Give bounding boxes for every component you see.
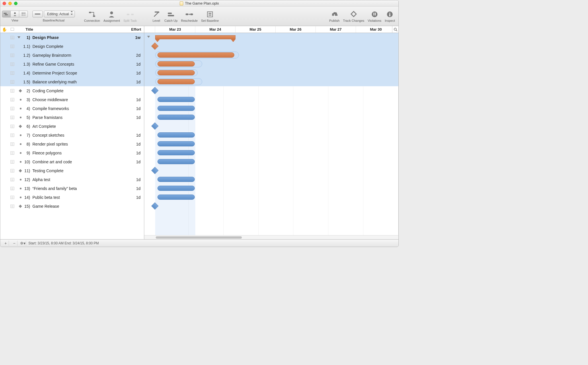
toolbar-level-button[interactable]: Level [150, 10, 163, 22]
note-gutter[interactable] [8, 169, 16, 172]
gantt-row[interactable] [144, 33, 398, 42]
task-row[interactable]: 13)“Friends and family” beta1d [0, 184, 144, 193]
task-title[interactable]: Render pixel sprites [31, 142, 127, 146]
date-header-cell[interactable]: Mar 24 [195, 26, 235, 33]
task-effort[interactable]: 1d [127, 106, 144, 111]
task-row[interactable]: 6)Art Complete [0, 122, 144, 131]
summary-bar[interactable] [155, 35, 235, 39]
note-gutter[interactable] [8, 142, 16, 146]
task-effort[interactable]: 1d [127, 160, 144, 164]
task-row[interactable]: 1.2)Gameplay Brainstorm2d [0, 51, 144, 60]
note-gutter[interactable] [8, 134, 16, 137]
note-gutter[interactable] [8, 205, 16, 208]
task-row[interactable]: 15)Game Release [0, 202, 144, 211]
date-header-cell[interactable]: Mar 30 [356, 26, 396, 33]
note-gutter[interactable] [8, 98, 16, 101]
gantt-row[interactable] [144, 86, 398, 95]
task-row[interactable]: 7)Concept sketches1d [0, 131, 144, 140]
note-gutter[interactable] [8, 187, 16, 190]
horizontal-scrollbar[interactable] [144, 235, 398, 239]
note-gutter[interactable] [8, 125, 16, 128]
task-effort[interactable]: 1d [127, 80, 144, 84]
task-title[interactable]: Combine art and code [31, 160, 127, 164]
toolbar-publish-button[interactable]: Publish [328, 10, 341, 22]
task-title[interactable]: Fleece polygons [31, 151, 127, 155]
task-effort[interactable]: 1d [127, 97, 144, 102]
gantt-row[interactable] [144, 193, 398, 202]
gantt-row[interactable] [144, 175, 398, 184]
toolbar-split-button[interactable]: Split Task [122, 10, 139, 22]
task-row[interactable]: 10)Combine art and code1d [0, 157, 144, 166]
task-row[interactable]: 12)Alpha test1d [0, 175, 144, 184]
note-gutter[interactable] [8, 80, 16, 84]
task-title[interactable]: Alpha test [31, 177, 127, 182]
task-row[interactable]: 3)Choose middleware1d [0, 95, 144, 104]
task-bar[interactable] [157, 52, 234, 58]
milestone-diamond[interactable] [151, 122, 158, 129]
task-title[interactable]: Compile frameworks [31, 106, 127, 111]
task-title[interactable]: “Friends and family” beta [31, 186, 127, 191]
gantt-disclosure-icon[interactable] [147, 36, 150, 38]
gantt-row[interactable] [144, 148, 398, 157]
task-effort[interactable]: 1d [127, 151, 144, 155]
effort-column-header[interactable]: Effort [127, 27, 144, 32]
task-bar[interactable] [157, 97, 195, 102]
task-row[interactable]: 11)Testing Complete [0, 166, 144, 175]
toolbar-violations-button[interactable]: Violations [366, 10, 383, 22]
gantt-row[interactable] [144, 157, 398, 166]
toolbar-reschedule-button[interactable]: Reschedule [179, 10, 199, 22]
gantt-row[interactable] [144, 95, 398, 104]
toolbar-catchup-button[interactable]: Catch Up [163, 10, 179, 22]
task-title[interactable]: Coding Complete [31, 89, 127, 93]
task-effort[interactable]: 1d [127, 195, 144, 200]
note-gutter[interactable] [8, 178, 16, 181]
milestone-diamond[interactable] [151, 202, 158, 209]
disclosure-triangle-icon[interactable] [17, 36, 22, 40]
date-header-cell[interactable]: Mar 23 [155, 26, 195, 33]
note-gutter[interactable] [8, 151, 16, 155]
task-title[interactable]: Concept sketches [31, 133, 127, 138]
task-effort[interactable]: 1d [127, 71, 144, 75]
task-row[interactable]: 1.4)Determine Project Scope1d [0, 68, 144, 77]
toolbar-assignment-button[interactable]: Assignment [102, 10, 122, 22]
task-row[interactable]: 14)Public beta test1d [0, 193, 144, 202]
task-effort[interactable]: 1d [127, 115, 144, 120]
view-gantt-button[interactable] [2, 11, 11, 17]
toolbar-trackchanges-button[interactable]: Track Changes [341, 10, 366, 22]
note-gutter[interactable] [8, 116, 16, 119]
gantt-row[interactable] [144, 77, 398, 86]
task-title[interactable]: Design Phase [31, 35, 127, 40]
gantt-row[interactable] [144, 131, 398, 140]
task-row[interactable]: 1.1)Design Complete [0, 42, 144, 51]
actions-menu-button[interactable]: ✲▾ [20, 241, 26, 246]
gantt-row[interactable] [144, 202, 398, 211]
baseline-actual-dropdown[interactable]: Editing: Actual [44, 11, 75, 17]
view-resource-button[interactable] [11, 11, 19, 17]
task-row[interactable]: 1.5)Balance underlying math1d [0, 77, 144, 86]
gantt-row[interactable] [144, 113, 398, 122]
task-effort[interactable]: 1w [127, 35, 144, 40]
note-gutter[interactable] [8, 45, 16, 48]
note-gutter[interactable] [8, 71, 16, 75]
date-header-cell[interactable]: Mar 25 [235, 26, 276, 33]
task-bar[interactable] [157, 159, 195, 164]
task-title[interactable]: Choose middleware [31, 97, 127, 102]
task-bar[interactable] [157, 150, 195, 155]
task-bar[interactable] [157, 195, 195, 200]
task-row[interactable]: 5)Parse framistans1d [0, 113, 144, 122]
toolbar-connection-button[interactable]: Connection [82, 10, 102, 22]
title-column-header[interactable]: Title [16, 27, 127, 32]
task-bar[interactable] [157, 61, 195, 66]
task-row[interactable]: 1)Design Phase1w [0, 33, 144, 42]
note-gutter[interactable] [8, 196, 16, 199]
minimize-window-button[interactable] [8, 2, 12, 5]
task-row[interactable]: 8)Render pixel sprites1d [0, 140, 144, 148]
task-title[interactable]: Game Release [31, 204, 127, 209]
task-effort[interactable]: 1d [127, 177, 144, 182]
zoom-window-button[interactable] [14, 2, 17, 5]
task-outline[interactable]: 1)Design Phase1w1.1)Design Complete1.2)G… [0, 33, 144, 239]
task-bar[interactable] [157, 186, 195, 191]
task-title[interactable]: Art Complete [31, 124, 127, 129]
date-header-cell[interactable]: Mar 26 [276, 26, 316, 33]
view-calendar-button[interactable] [19, 11, 28, 17]
